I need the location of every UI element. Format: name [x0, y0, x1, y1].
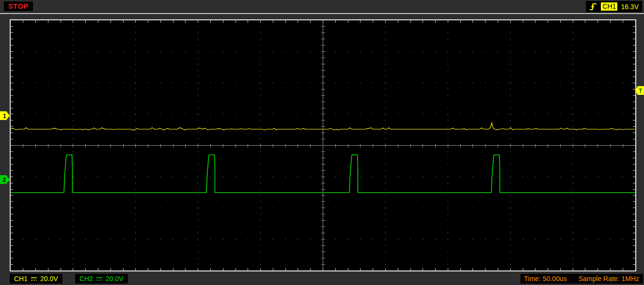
ch1-marker-label: 1 [3, 113, 6, 120]
trigger-level-value: 16.3V [621, 3, 639, 11]
acquisition-status-badge: STOP [4, 1, 33, 11]
trigger-source-badge: CH1 [601, 2, 617, 11]
ch1-readout: CH1 20.0V [10, 274, 63, 284]
top-bar: STOP CH1 16.3V [0, 0, 644, 14]
trigger-marker-label: T [639, 88, 643, 94]
ch1-position-marker[interactable]: 1 [0, 111, 10, 120]
trigger-info-box: CH1 16.3V [586, 1, 642, 12]
ch2-position-marker[interactable]: 2 [0, 175, 10, 184]
waveform-display [10, 19, 636, 271]
timebase-value: Time: 50.00us [524, 275, 567, 283]
dc-coupling-icon [31, 277, 37, 281]
acquisition-status-label: STOP [8, 2, 29, 10]
ch1-readout-label: CH1 [14, 275, 28, 283]
trigger-level-marker[interactable]: T [635, 86, 644, 95]
rising-edge-trigger-icon [589, 2, 597, 12]
ch2-readout-label: CH2 [79, 275, 93, 283]
oscilloscope-app: STOP CH1 16.3V 1 2 T [0, 0, 644, 285]
ch2-volts-per-div: 20.0V [106, 275, 124, 283]
ch1-volts-per-div: 20.0V [40, 275, 58, 283]
timebase-readout: Time: 50.00us Sample Rate: 1MHz [520, 274, 643, 284]
ch2-marker-label: 2 [3, 177, 6, 183]
dc-coupling-icon [96, 277, 103, 281]
ch2-readout: CH2 20.0V [75, 274, 128, 284]
sample-rate-value: Sample Rate: 1MHz [579, 275, 639, 283]
scope-graticule-and-traces [11, 20, 635, 270]
